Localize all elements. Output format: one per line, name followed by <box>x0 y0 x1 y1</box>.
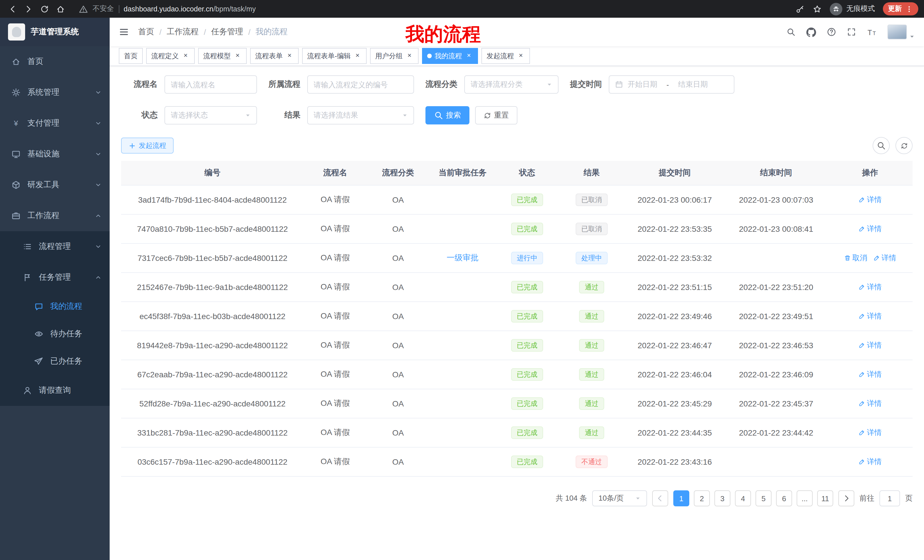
table-body: 3ad174fb-7b9d-11ec-8404-acde48001122OA 请… <box>121 185 913 476</box>
browser-home-icon[interactable] <box>54 2 68 16</box>
font-size-icon[interactable]: TT <box>867 27 877 37</box>
process-name-field[interactable] <box>171 80 251 89</box>
sidebar-item-leave-query[interactable]: 请假查询 <box>0 375 110 406</box>
kebab-menu-icon[interactable] <box>905 5 913 13</box>
hamburger-icon[interactable] <box>119 27 129 37</box>
close-icon[interactable]: × <box>285 52 294 60</box>
create-process-button[interactable]: 发起流程 <box>121 138 174 154</box>
sidebar-item-system[interactable]: 系统管理 <box>0 77 110 108</box>
tab-process-model[interactable]: 流程模型× <box>198 48 247 64</box>
update-button[interactable]: 更新 <box>883 2 918 15</box>
header-search-icon[interactable] <box>786 27 795 36</box>
forward-icon[interactable] <box>22 2 35 16</box>
tab-user-group[interactable]: 用户分组× <box>370 48 418 64</box>
page-5-button[interactable]: 5 <box>756 490 771 506</box>
sidebar-logo[interactable]: 芋道管理系统 <box>0 18 110 46</box>
table-search-icon[interactable] <box>873 137 890 154</box>
detail-action[interactable]: 详情 <box>858 340 882 350</box>
table-row: 52ffd28e-7b9a-11ec-a290-acde48001122OA 请… <box>121 389 913 418</box>
close-icon[interactable]: × <box>182 52 190 60</box>
close-icon[interactable]: × <box>517 52 525 60</box>
table-refresh-icon[interactable] <box>896 137 913 154</box>
fullscreen-icon[interactable] <box>847 27 856 36</box>
tab-process-form[interactable]: 流程表单× <box>250 48 298 64</box>
owner-process-input[interactable] <box>307 75 414 94</box>
help-icon[interactable] <box>827 27 836 36</box>
bookmark-star-icon[interactable] <box>813 4 822 13</box>
url-text[interactable]: dashboard.yudao.iocoder.cn/bpm/task/my <box>124 5 256 13</box>
submit-time-range[interactable]: 开始日期 - 结束日期 <box>609 75 734 94</box>
cell-id: 2152467e-7b9b-11ec-9a1b-acde48001122 <box>121 273 304 302</box>
sidebar-item-home[interactable]: 首页 <box>0 46 110 77</box>
detail-action[interactable]: 详情 <box>858 224 882 234</box>
back-icon[interactable] <box>6 2 20 16</box>
detail-action[interactable]: 详情 <box>858 195 882 205</box>
tab-process-definition[interactable]: 流程定义× <box>146 48 195 64</box>
annotation-my-process: 我的流程 <box>405 22 481 47</box>
page-ellipsis[interactable]: ... <box>796 490 813 506</box>
result-select[interactable]: 请选择流结果 <box>307 106 414 124</box>
cell-actions: 详情 <box>828 185 913 214</box>
prev-page-button[interactable] <box>652 490 668 506</box>
github-icon[interactable] <box>806 27 816 37</box>
tab-process-form-edit[interactable]: 流程表单-编辑× <box>302 48 367 64</box>
pagination: 共 104 条 10条/页 123456...11 前往 页 <box>121 490 913 506</box>
sidebar-item-payment[interactable]: ¥支付管理 <box>0 108 110 139</box>
user-avatar[interactable] <box>888 24 915 39</box>
owner-process-field[interactable] <box>314 80 408 89</box>
cell-end-time <box>725 244 828 273</box>
address-bar[interactable]: 不安全 dashboard.yudao.iocoder.cn/bpm/task/… <box>79 4 793 14</box>
sidebar-item-workflow[interactable]: 工作流程 <box>0 201 110 231</box>
detail-action[interactable]: 详情 <box>858 369 882 380</box>
process-name-input[interactable] <box>165 75 257 94</box>
warning-icon[interactable] <box>79 4 88 13</box>
breadcrumb-item[interactable]: 任务管理 <box>211 27 243 37</box>
tab-my-process[interactable]: 我的流程× <box>422 48 478 64</box>
page-4-button[interactable]: 4 <box>735 490 751 506</box>
sidebar-item-todo-tasks[interactable]: 待办任务 <box>0 320 110 347</box>
detail-action[interactable]: 详情 <box>858 311 882 321</box>
breadcrumb-item[interactable]: 首页 <box>138 27 154 37</box>
status-select[interactable]: 请选择状态 <box>165 106 257 124</box>
sidebar-item-process-mgmt[interactable]: 流程管理 <box>0 231 110 262</box>
sidebar-item-done-tasks[interactable]: 已办任务 <box>0 347 110 375</box>
page-3-button[interactable]: 3 <box>714 490 730 506</box>
app-window: 不安全 dashboard.yudao.iocoder.cn/bpm/task/… <box>0 0 924 560</box>
reset-button[interactable]: 重置 <box>475 106 518 124</box>
page-6-button[interactable]: 6 <box>776 490 792 506</box>
page-11-button[interactable]: 11 <box>817 490 833 506</box>
sidebar-item-infrastructure[interactable]: 基础设施 <box>0 139 110 169</box>
sidebar-item-my-process[interactable]: 我的流程 <box>0 293 110 320</box>
detail-action[interactable]: 详情 <box>873 253 896 263</box>
key-icon[interactable] <box>795 4 805 13</box>
detail-action[interactable]: 详情 <box>858 457 882 467</box>
detail-action[interactable]: 详情 <box>858 282 882 292</box>
close-icon[interactable]: × <box>405 52 414 60</box>
close-icon[interactable]: × <box>234 52 242 60</box>
next-page-button[interactable] <box>838 490 854 506</box>
tab-label: 流程表单 <box>255 51 283 61</box>
sidebar-item-task-mgmt[interactable]: 任务管理 <box>0 262 110 293</box>
goto-page-input[interactable] <box>879 490 900 506</box>
sidebar-item-devtools[interactable]: 研发工具 <box>0 169 110 201</box>
search-button[interactable]: 搜索 <box>426 106 470 124</box>
close-icon[interactable]: × <box>465 52 473 60</box>
category-select[interactable]: 请选择流程分类 <box>464 75 558 94</box>
page-2-button[interactable]: 2 <box>694 490 710 506</box>
cancel-action[interactable]: 取消 <box>844 253 867 263</box>
close-icon[interactable]: × <box>354 52 362 60</box>
page-size-select[interactable]: 10条/页 <box>592 490 647 506</box>
eye-icon <box>34 329 45 338</box>
flag-icon <box>23 273 33 282</box>
breadcrumb-item[interactable]: 工作流程 <box>167 27 199 37</box>
tab-start-process[interactable]: 发起流程× <box>482 48 530 64</box>
detail-action[interactable]: 详情 <box>858 428 882 438</box>
cell-process-name: OA 请假 <box>304 273 367 302</box>
reload-icon[interactable] <box>38 2 51 16</box>
tab-home[interactable]: 首页 <box>119 48 143 64</box>
result-tag: 处理中 <box>576 252 608 264</box>
page-1-button[interactable]: 1 <box>673 490 689 506</box>
detail-action[interactable]: 详情 <box>858 398 882 409</box>
column-header: 编号 <box>121 161 304 185</box>
current-task-link[interactable]: 一级审批 <box>447 253 478 262</box>
